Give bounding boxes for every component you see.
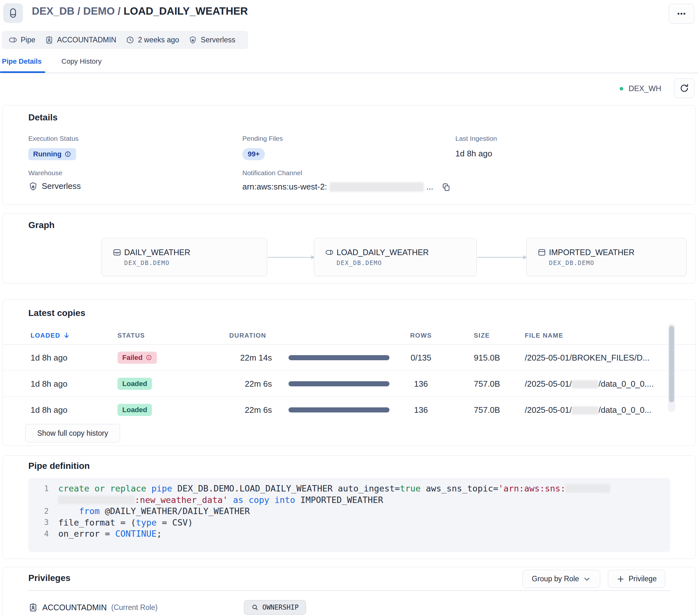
code-line: :new_weather_data' as copy into IMPORTED… bbox=[28, 494, 670, 506]
copy-loaded: 1d 8h ago bbox=[31, 405, 68, 415]
line-number: 2 bbox=[28, 507, 49, 516]
privileges-divider bbox=[28, 590, 670, 591]
page-title: DEX_DB / DEMO / LOAD_DAILY_WEATHER bbox=[32, 5, 248, 17]
col-duration[interactable]: DURATION bbox=[229, 332, 266, 339]
warehouse-chip[interactable]: DEX_WH bbox=[620, 82, 661, 95]
col-rows[interactable]: ROWS bbox=[399, 332, 443, 339]
details-heading: Details bbox=[28, 112, 58, 123]
col-status[interactable]: STATUS bbox=[117, 332, 145, 339]
graph-card: Graph DAILY_WEATHERDEX_DB.DEMOLOAD_DAILY… bbox=[2, 214, 696, 284]
col-loaded[interactable]: LOADED bbox=[31, 331, 70, 339]
line-number: 1 bbox=[28, 484, 49, 493]
privilege-role-row: ACCOUNTADMIN (Current Role) bbox=[28, 600, 158, 615]
code-line: 2 from @DAILY_WEATHER/DAILY_WEATHER bbox=[28, 506, 670, 517]
copy-rows: 136 bbox=[399, 405, 443, 415]
tab-pipe-details[interactable]: Pipe Details bbox=[2, 57, 42, 66]
copy-size: 757.0B bbox=[474, 379, 500, 388]
meta-owner-role: ACCOUNTADMIN bbox=[45, 36, 116, 44]
redacted-path-segment bbox=[572, 380, 598, 388]
tabs-divider bbox=[0, 73, 698, 73]
copy-duration-bar bbox=[289, 355, 389, 360]
tab-copy-history[interactable]: Copy History bbox=[61, 57, 101, 66]
show-full-copy-history-button[interactable]: Show full copy history bbox=[25, 424, 120, 442]
copy-file: /2025-05-01/BROKEN_FILES/D... bbox=[525, 353, 650, 362]
graph-edge-arrow bbox=[477, 255, 528, 260]
info-icon bbox=[145, 354, 152, 361]
graph-node-path: DEX_DB.DEMO bbox=[337, 259, 382, 266]
copy-row[interactable]: 1d 8h agoLoaded22m 6s136757.0B/2025-05-0… bbox=[3, 371, 695, 397]
execution-status-badge[interactable]: Running bbox=[28, 148, 76, 160]
pending-files-badge: 99+ bbox=[242, 148, 265, 160]
table-icon bbox=[538, 248, 546, 257]
object-name: LOAD_DAILY_WEATHER bbox=[124, 5, 248, 17]
copies-table-header: LOADED STATUS DURATION ROWS SIZE FILE NA… bbox=[3, 327, 695, 345]
latest-copies-heading: Latest copies bbox=[28, 308, 85, 318]
role-badge-icon bbox=[28, 603, 38, 612]
line-number: 4 bbox=[28, 529, 49, 538]
notification-channel-label: Notification Channel bbox=[242, 169, 302, 177]
warehouse-name: DEX_WH bbox=[629, 84, 661, 93]
graph-node-name: IMPORTED_WEATHER bbox=[538, 248, 634, 257]
privileges-card: Privileges Group by Role Privilege bbox=[2, 567, 696, 616]
line-number: 3 bbox=[28, 518, 49, 527]
chevron-down-icon bbox=[583, 575, 591, 583]
last-ingestion-value: 1d 8h ago bbox=[455, 149, 492, 159]
more-options-button[interactable] bbox=[669, 4, 694, 24]
serverless-snowflake-icon bbox=[189, 36, 197, 44]
graph-node-path: DEX_DB.DEMO bbox=[549, 259, 594, 266]
copy-size: 915.0B bbox=[474, 353, 500, 362]
ellipsis-icon bbox=[677, 9, 686, 18]
group-by-role-button[interactable]: Group by Role bbox=[522, 570, 600, 588]
pipe-definition-card: Pipe definition 1create or replace pipe … bbox=[2, 455, 696, 559]
role-name: ACCOUNTADMIN bbox=[42, 603, 107, 612]
copy-duration: 22m 6s bbox=[227, 379, 272, 388]
copy-row[interactable]: 1d 8h agoFailed22m 14s0/135915.0B/2025-0… bbox=[3, 345, 695, 371]
copy-row[interactable]: 1d 8h agoLoaded22m 6s136757.0B/2025-05-0… bbox=[3, 397, 695, 423]
current-role-note: (Current Role) bbox=[111, 603, 158, 612]
copy-duration-bar bbox=[289, 381, 389, 386]
stage-icon bbox=[113, 248, 121, 257]
meta-last-modified: 2 weeks ago bbox=[126, 36, 179, 44]
redacted-path-segment bbox=[572, 407, 598, 415]
privileges-heading: Privileges bbox=[28, 573, 70, 583]
pipe-object-icon-box bbox=[3, 3, 23, 23]
notification-channel-value: arn:aws:sns:us-west-2: ... bbox=[242, 182, 450, 192]
copy-file: /2025-05-01//data_0_0_0.... bbox=[525, 379, 654, 388]
role-badge-icon bbox=[45, 36, 54, 44]
copy-status: Failed bbox=[117, 352, 157, 364]
copy-icon[interactable] bbox=[442, 182, 450, 191]
sort-down-icon bbox=[63, 331, 70, 339]
graph-node-load_daily_weather[interactable]: LOAD_DAILY_WEATHERDEX_DB.DEMO bbox=[314, 238, 477, 276]
graph-node-imported_weather[interactable]: IMPORTED_WEATHERDEX_DB.DEMO bbox=[526, 238, 686, 276]
warehouse-status-dot bbox=[620, 87, 623, 91]
execution-status-label: Execution Status bbox=[28, 135, 79, 142]
copy-status: Loaded bbox=[117, 404, 152, 416]
code-line: 1create or replace pipe DEX_DB.DEMO.LOAD… bbox=[28, 483, 670, 494]
graph-node-path: DEX_DB.DEMO bbox=[124, 259, 169, 266]
scrollbar-thumb[interactable] bbox=[669, 326, 674, 402]
object-meta-bar: Pipe ACCOUNTADMIN 2 weeks ago bbox=[2, 31, 248, 49]
add-privilege-button[interactable]: Privilege bbox=[608, 570, 665, 588]
details-card: Details Execution Status Running Warehou… bbox=[2, 105, 696, 205]
sql-code-block: 1create or replace pipe DEX_DB.DEMO.LOAD… bbox=[28, 478, 670, 552]
latest-copies-card: Latest copies LOADED STATUS DURATION ROW… bbox=[2, 299, 696, 446]
col-file-name[interactable]: FILE NAME bbox=[525, 332, 563, 339]
plus-icon bbox=[616, 575, 625, 583]
code-line: 3file_format = (type = CSV) bbox=[28, 517, 670, 529]
copy-duration: 22m 14s bbox=[227, 353, 272, 362]
info-icon[interactable] bbox=[64, 151, 71, 158]
graph-node-daily_weather[interactable]: DAILY_WEATHERDEX_DB.DEMO bbox=[101, 238, 267, 276]
clock-icon bbox=[126, 36, 135, 44]
refresh-button[interactable] bbox=[674, 78, 695, 98]
status-badge[interactable]: Failed bbox=[117, 352, 157, 364]
col-size[interactable]: SIZE bbox=[474, 332, 490, 339]
warehouse-label: Warehouse bbox=[28, 169, 62, 177]
last-ingestion-label: Last Ingestion bbox=[455, 135, 497, 142]
code-line: 4on_error = CONTINUE; bbox=[28, 528, 670, 539]
copy-file: /2025-05-01//data_0_0_0... bbox=[525, 405, 652, 415]
serverless-snowflake-icon bbox=[28, 181, 38, 191]
graph-edge-arrow bbox=[268, 255, 316, 260]
magnifier-icon bbox=[251, 604, 259, 611]
graph-node-name: DAILY_WEATHER bbox=[113, 248, 190, 257]
copy-rows: 0/135 bbox=[399, 353, 443, 362]
